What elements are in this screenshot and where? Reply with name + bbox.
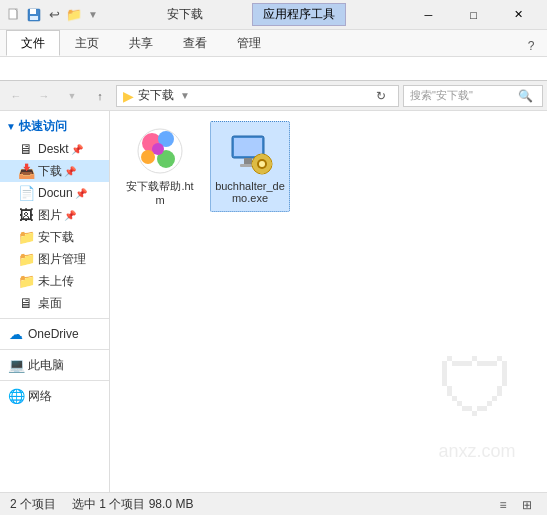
upload-icon: 📁: [18, 273, 34, 289]
sidebar-item-anxiazai[interactable]: 📁 安下载: [0, 226, 109, 248]
file-item-htm[interactable]: 安下载帮助.htm: [120, 121, 200, 212]
up-button[interactable]: ↑: [88, 84, 112, 108]
sidebar-desktop2-label: 桌面: [38, 295, 62, 312]
sidebar: ▼ 快速访问 🖥 Deskt 📌 📥 下载 📌 📄 Docun 📌 🖼 图片: [0, 111, 110, 492]
search-icon[interactable]: 🔍: [514, 85, 536, 107]
pin-icon: 📌: [71, 144, 83, 155]
undo-icon[interactable]: ↩: [46, 7, 62, 23]
sidebar-anxiazai-label: 安下载: [38, 229, 74, 246]
download-icon: 📥: [18, 163, 34, 179]
minimize-button[interactable]: ─: [406, 0, 451, 30]
sidebar-desktop-label: Deskt: [38, 142, 69, 156]
sidebar-divider2: [0, 349, 109, 350]
sidebar-pictures-label: 图片: [38, 207, 62, 224]
path-folder-icon: ▶: [123, 88, 134, 104]
refresh-button[interactable]: ↻: [370, 85, 392, 107]
thispc-icon: 💻: [8, 357, 24, 373]
title-bar: ↩ 📁 ▼ 安下载 应用程序工具 ─ □ ✕: [0, 0, 547, 30]
tab-home[interactable]: 主页: [60, 30, 114, 56]
pictures-icon: 🖼: [18, 207, 34, 223]
status-bar: 2 个项目 选中 1 个项目 98.0 MB ≡ ⊞: [0, 492, 547, 515]
blank-doc-icon: [6, 7, 22, 23]
help-icon[interactable]: ?: [521, 36, 541, 56]
status-bar-right: ≡ ⊞: [493, 495, 537, 515]
list-view-button[interactable]: ≡: [493, 495, 513, 515]
sidebar-divider1: [0, 318, 109, 319]
svg-rect-2: [30, 9, 36, 14]
sidebar-item-desktop2[interactable]: 🖥 桌面: [0, 292, 109, 314]
sidebar-item-desktop[interactable]: 🖥 Deskt 📌: [0, 138, 109, 160]
quick-access-header[interactable]: ▼ 快速访问: [0, 115, 109, 138]
sidebar-item-documents[interactable]: 📄 Docun 📌: [0, 182, 109, 204]
htm-file-icon: [136, 127, 184, 175]
photo-mgmt-icon: 📁: [18, 251, 34, 267]
tab-manage[interactable]: 管理: [222, 30, 276, 56]
grid-view-button[interactable]: ⊞: [517, 495, 537, 515]
svg-rect-19: [252, 162, 256, 166]
address-bar: ← → ▼ ↑ ▶ 安下载 ▼ ↻ 搜索"安下载" 🔍: [0, 81, 547, 111]
address-dropdown-icon[interactable]: ▼: [180, 90, 190, 101]
tab-share[interactable]: 共享: [114, 30, 168, 56]
watermark-icon: 🛡: [437, 343, 517, 435]
tab-view[interactable]: 查看: [168, 30, 222, 56]
main-area: ▼ 快速访问 🖥 Deskt 📌 📥 下载 📌 📄 Docun 📌 🖼 图片: [0, 111, 547, 492]
sidebar-network-label: 网络: [28, 388, 52, 405]
quick-access-label: 快速访问: [19, 118, 67, 135]
sidebar-item-thispc[interactable]: 💻 此电脑: [0, 354, 109, 376]
svg-rect-20: [268, 162, 272, 166]
sidebar-onedrive-label: OneDrive: [28, 327, 79, 341]
sidebar-item-pictures[interactable]: 🖼 图片 📌: [0, 204, 109, 226]
quick-access-section: ▼ 快速访问 🖥 Deskt 📌 📥 下载 📌 📄 Docun 📌 🖼 图片: [0, 115, 109, 314]
svg-rect-12: [244, 158, 252, 164]
svg-rect-11: [234, 138, 262, 156]
htm-file-label: 安下载帮助.htm: [124, 179, 196, 206]
search-box[interactable]: 搜索"安下载" 🔍: [403, 85, 543, 107]
dropdown-arrow-icon[interactable]: ▼: [88, 9, 98, 20]
ribbon: 文件 主页 共享 查看 管理 ?: [0, 30, 547, 57]
ribbon-right: ?: [521, 36, 541, 56]
file-grid: 安下载帮助.htm: [120, 121, 537, 212]
exe-file-label: buchhalter_demo.exe: [215, 180, 285, 204]
recent-nav-button[interactable]: ▼: [60, 84, 84, 108]
address-input[interactable]: ▶ 安下载 ▼ ↻: [116, 85, 399, 107]
pin-icon3: 📌: [75, 188, 87, 199]
forward-button[interactable]: →: [32, 84, 56, 108]
sidebar-item-network[interactable]: 🌐 网络: [0, 385, 109, 407]
sidebar-documents-label: Docun: [38, 186, 73, 200]
tab-file[interactable]: 文件: [6, 30, 60, 56]
svg-rect-17: [260, 154, 264, 158]
save-icon[interactable]: [26, 7, 42, 23]
sidebar-item-onedrive[interactable]: ☁ OneDrive: [0, 323, 109, 345]
sidebar-item-photo-mgmt[interactable]: 📁 图片管理: [0, 248, 109, 270]
svg-rect-3: [30, 16, 38, 20]
watermark-text: anxz.com: [438, 441, 515, 462]
pin-icon4: 📌: [64, 210, 76, 221]
documents-icon: 📄: [18, 185, 34, 201]
item-count: 2 个项目: [10, 496, 56, 513]
svg-rect-18: [260, 170, 264, 174]
sidebar-item-upload[interactable]: 📁 未上传: [0, 270, 109, 292]
ribbon-tabs: 文件 主页 共享 查看 管理 ?: [0, 30, 547, 56]
title-bar-actions: ─ □ ✕: [406, 0, 541, 30]
sidebar-thispc-label: 此电脑: [28, 357, 64, 374]
sidebar-upload-label: 未上传: [38, 273, 74, 290]
maximize-button[interactable]: □: [451, 0, 496, 30]
onedrive-icon: ☁: [8, 326, 24, 342]
pin-icon2: 📌: [64, 166, 76, 177]
folder-nav-icon: 📁: [66, 7, 82, 23]
close-button[interactable]: ✕: [496, 0, 541, 30]
svg-point-16: [259, 161, 265, 167]
app-tools-tab[interactable]: 应用程序工具: [252, 3, 346, 26]
network-icon: 🌐: [8, 388, 24, 404]
exe-file-icon: [226, 128, 274, 176]
file-item-exe[interactable]: buchhalter_demo.exe: [210, 121, 290, 212]
sidebar-photo-mgmt-label: 图片管理: [38, 251, 86, 268]
sidebar-download-label: 下载: [38, 163, 62, 180]
sidebar-divider3: [0, 380, 109, 381]
sidebar-item-download[interactable]: 📥 下载 📌: [0, 160, 109, 182]
quick-access-arrow: ▼: [6, 121, 16, 132]
search-placeholder: 搜索"安下载": [410, 88, 473, 103]
content-area: 🛡 anxz.com 安下载帮助.htm: [110, 111, 547, 492]
selected-info: 选中 1 个项目 98.0 MB: [72, 496, 193, 513]
back-button[interactable]: ←: [4, 84, 28, 108]
